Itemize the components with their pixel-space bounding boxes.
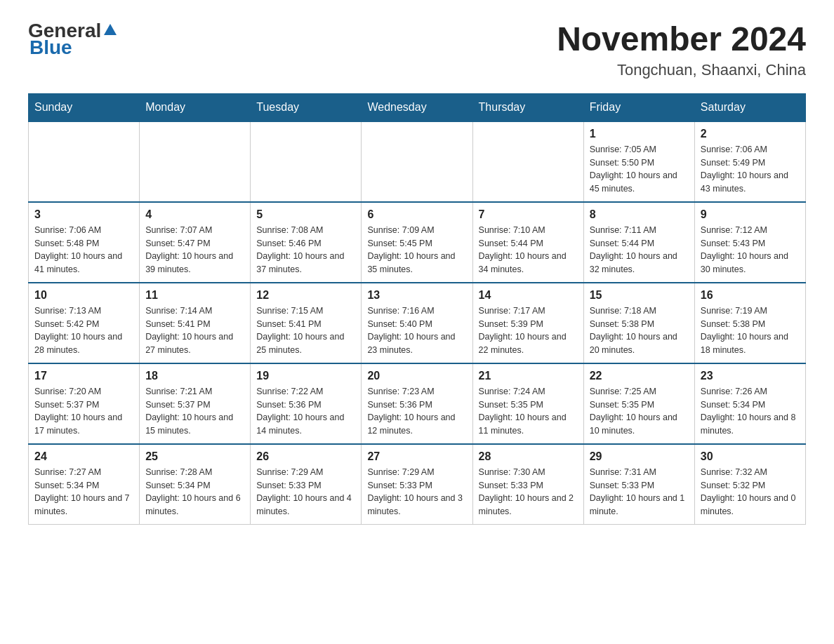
calendar-header-sunday: Sunday — [29, 93, 140, 121]
svg-marker-0 — [104, 24, 117, 35]
page-subtitle: Tongchuan, Shaanxi, China — [557, 61, 806, 79]
calendar-cell: 14Sunrise: 7:17 AMSunset: 5:39 PMDayligh… — [472, 283, 583, 363]
day-info: Sunrise: 7:23 AMSunset: 5:36 PMDaylight:… — [367, 385, 466, 438]
page-title: November 2024 — [557, 21, 806, 58]
day-info: Sunrise: 7:21 AMSunset: 5:37 PMDaylight:… — [145, 385, 244, 438]
day-number: 6 — [367, 208, 466, 221]
calendar-cell — [472, 121, 583, 202]
calendar-cell: 2Sunrise: 7:06 AMSunset: 5:49 PMDaylight… — [694, 121, 805, 202]
calendar-cell: 1Sunrise: 7:05 AMSunset: 5:50 PMDaylight… — [583, 121, 694, 202]
day-number: 18 — [145, 370, 244, 382]
day-info: Sunrise: 7:15 AMSunset: 5:41 PMDaylight:… — [256, 304, 355, 357]
day-info: Sunrise: 7:29 AMSunset: 5:33 PMDaylight:… — [256, 466, 355, 518]
day-info: Sunrise: 7:17 AMSunset: 5:39 PMDaylight:… — [479, 304, 578, 357]
day-info: Sunrise: 7:31 AMSunset: 5:33 PMDaylight:… — [590, 466, 689, 518]
day-number: 26 — [256, 450, 355, 463]
calendar-cell: 21Sunrise: 7:24 AMSunset: 5:35 PMDayligh… — [472, 363, 583, 444]
calendar-cell: 30Sunrise: 7:32 AMSunset: 5:32 PMDayligh… — [694, 444, 805, 525]
day-number: 2 — [701, 128, 800, 140]
calendar-cell: 5Sunrise: 7:08 AMSunset: 5:46 PMDaylight… — [251, 202, 362, 283]
calendar-cell — [362, 121, 472, 202]
calendar-cell: 12Sunrise: 7:15 AMSunset: 5:41 PMDayligh… — [251, 283, 362, 363]
calendar-cell: 18Sunrise: 7:21 AMSunset: 5:37 PMDayligh… — [140, 363, 251, 444]
calendar-cell: 26Sunrise: 7:29 AMSunset: 5:33 PMDayligh… — [251, 444, 362, 525]
day-number: 30 — [701, 450, 800, 463]
day-info: Sunrise: 7:11 AMSunset: 5:44 PMDaylight:… — [590, 224, 689, 276]
day-number: 13 — [367, 289, 466, 302]
calendar-cell: 9Sunrise: 7:12 AMSunset: 5:43 PMDaylight… — [694, 202, 805, 283]
calendar-cell: 22Sunrise: 7:25 AMSunset: 5:35 PMDayligh… — [583, 363, 694, 444]
day-number: 17 — [34, 370, 133, 382]
calendar-week-row: 17Sunrise: 7:20 AMSunset: 5:37 PMDayligh… — [29, 363, 806, 444]
day-info: Sunrise: 7:32 AMSunset: 5:32 PMDaylight:… — [701, 466, 800, 518]
calendar-week-row: 24Sunrise: 7:27 AMSunset: 5:34 PMDayligh… — [29, 444, 806, 525]
calendar-header-saturday: Saturday — [694, 93, 805, 121]
day-info: Sunrise: 7:18 AMSunset: 5:38 PMDaylight:… — [590, 304, 689, 357]
day-number: 22 — [590, 370, 689, 382]
calendar-cell — [251, 121, 362, 202]
calendar-cell: 25Sunrise: 7:28 AMSunset: 5:34 PMDayligh… — [140, 444, 251, 525]
day-info: Sunrise: 7:24 AMSunset: 5:35 PMDaylight:… — [479, 385, 578, 438]
calendar-header-tuesday: Tuesday — [251, 93, 362, 121]
header: General Blue November 2024 Tongchuan, Sh… — [28, 21, 806, 79]
calendar-cell: 17Sunrise: 7:20 AMSunset: 5:37 PMDayligh… — [29, 363, 140, 444]
logo-blue-text: Blue — [29, 38, 72, 58]
day-number: 5 — [256, 208, 355, 221]
day-number: 25 — [145, 450, 244, 463]
calendar-cell: 15Sunrise: 7:18 AMSunset: 5:38 PMDayligh… — [583, 283, 694, 363]
day-number: 20 — [367, 370, 466, 382]
day-info: Sunrise: 7:19 AMSunset: 5:38 PMDaylight:… — [701, 304, 800, 357]
calendar-cell: 11Sunrise: 7:14 AMSunset: 5:41 PMDayligh… — [140, 283, 251, 363]
calendar-table: SundayMondayTuesdayWednesdayThursdayFrid… — [28, 93, 806, 525]
day-info: Sunrise: 7:06 AMSunset: 5:49 PMDaylight:… — [701, 143, 800, 196]
day-number: 9 — [701, 208, 800, 221]
day-number: 3 — [34, 208, 133, 221]
calendar-week-row: 3Sunrise: 7:06 AMSunset: 5:48 PMDaylight… — [29, 202, 806, 283]
day-info: Sunrise: 7:27 AMSunset: 5:34 PMDaylight:… — [34, 466, 133, 518]
day-info: Sunrise: 7:05 AMSunset: 5:50 PMDaylight:… — [590, 143, 689, 196]
day-number: 23 — [701, 370, 800, 382]
day-info: Sunrise: 7:10 AMSunset: 5:44 PMDaylight:… — [479, 224, 578, 276]
day-number: 12 — [256, 289, 355, 302]
calendar-cell: 6Sunrise: 7:09 AMSunset: 5:45 PMDaylight… — [362, 202, 472, 283]
day-number: 21 — [479, 370, 578, 382]
calendar-week-row: 1Sunrise: 7:05 AMSunset: 5:50 PMDaylight… — [29, 121, 806, 202]
calendar-week-row: 10Sunrise: 7:13 AMSunset: 5:42 PMDayligh… — [29, 283, 806, 363]
day-info: Sunrise: 7:20 AMSunset: 5:37 PMDaylight:… — [34, 385, 133, 438]
day-info: Sunrise: 7:12 AMSunset: 5:43 PMDaylight:… — [701, 224, 800, 276]
calendar-cell — [29, 121, 140, 202]
day-number: 16 — [701, 289, 800, 302]
day-number: 10 — [34, 289, 133, 302]
day-info: Sunrise: 7:07 AMSunset: 5:47 PMDaylight:… — [145, 224, 244, 276]
day-info: Sunrise: 7:09 AMSunset: 5:45 PMDaylight:… — [367, 224, 466, 276]
day-info: Sunrise: 7:28 AMSunset: 5:34 PMDaylight:… — [145, 466, 244, 518]
calendar-header-monday: Monday — [140, 93, 251, 121]
day-number: 1 — [590, 128, 689, 140]
day-number: 29 — [590, 450, 689, 463]
day-number: 8 — [590, 208, 689, 221]
calendar-cell: 16Sunrise: 7:19 AMSunset: 5:38 PMDayligh… — [694, 283, 805, 363]
calendar-cell: 4Sunrise: 7:07 AMSunset: 5:47 PMDaylight… — [140, 202, 251, 283]
day-info: Sunrise: 7:29 AMSunset: 5:33 PMDaylight:… — [367, 466, 466, 518]
day-info: Sunrise: 7:13 AMSunset: 5:42 PMDaylight:… — [34, 304, 133, 357]
calendar-header-thursday: Thursday — [472, 93, 583, 121]
calendar-cell — [140, 121, 251, 202]
logo-triangle-icon — [102, 21, 118, 36]
day-info: Sunrise: 7:14 AMSunset: 5:41 PMDaylight:… — [145, 304, 244, 357]
day-info: Sunrise: 7:16 AMSunset: 5:40 PMDaylight:… — [367, 304, 466, 357]
calendar-cell: 13Sunrise: 7:16 AMSunset: 5:40 PMDayligh… — [362, 283, 472, 363]
calendar-cell: 24Sunrise: 7:27 AMSunset: 5:34 PMDayligh… — [29, 444, 140, 525]
title-area: November 2024 Tongchuan, Shaanxi, China — [557, 21, 806, 79]
day-number: 28 — [479, 450, 578, 463]
calendar-cell: 20Sunrise: 7:23 AMSunset: 5:36 PMDayligh… — [362, 363, 472, 444]
day-info: Sunrise: 7:25 AMSunset: 5:35 PMDaylight:… — [590, 385, 689, 438]
calendar-cell: 23Sunrise: 7:26 AMSunset: 5:34 PMDayligh… — [694, 363, 805, 444]
calendar-cell: 27Sunrise: 7:29 AMSunset: 5:33 PMDayligh… — [362, 444, 472, 525]
calendar-header-friday: Friday — [583, 93, 694, 121]
calendar-header-row: SundayMondayTuesdayWednesdayThursdayFrid… — [29, 93, 806, 121]
day-number: 11 — [145, 289, 244, 302]
day-info: Sunrise: 7:30 AMSunset: 5:33 PMDaylight:… — [479, 466, 578, 518]
day-info: Sunrise: 7:08 AMSunset: 5:46 PMDaylight:… — [256, 224, 355, 276]
day-number: 27 — [367, 450, 466, 463]
calendar-cell: 3Sunrise: 7:06 AMSunset: 5:48 PMDaylight… — [29, 202, 140, 283]
